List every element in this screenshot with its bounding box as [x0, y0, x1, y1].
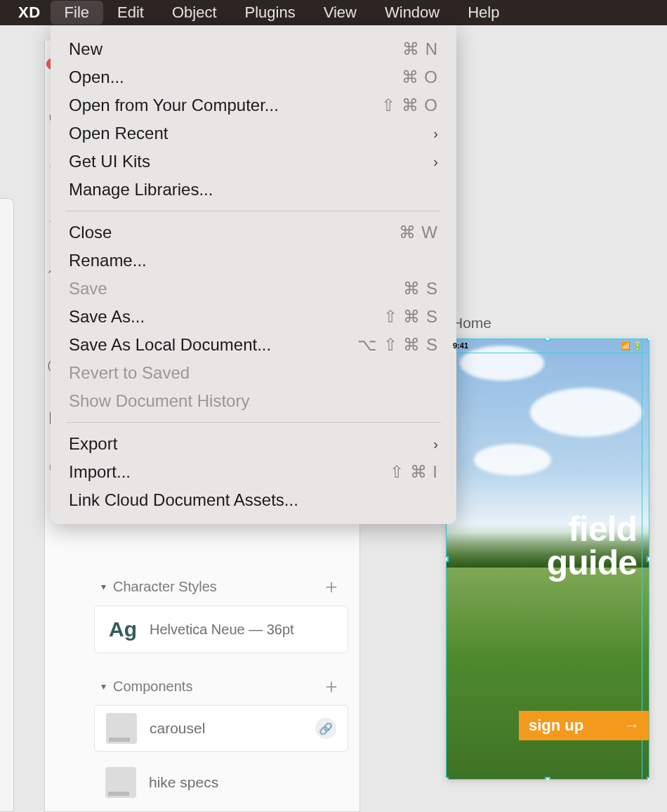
- menu-item-revert-to-saved: Revert to Saved: [51, 359, 456, 387]
- menu-separator: [66, 211, 441, 211]
- menu-help[interactable]: Help: [454, 1, 513, 25]
- menu-item-label: Show Document History: [69, 391, 249, 411]
- shortcut: ⇧ ⌘ O: [381, 96, 438, 115]
- font-style-card[interactable]: Ag Helvetica Neue — 36pt: [94, 605, 348, 653]
- component-label: hike specs: [149, 774, 337, 791]
- menu-item-manage-libraries[interactable]: Manage Libraries...: [51, 176, 456, 204]
- menu-item-close[interactable]: Close⌘ W: [51, 218, 456, 247]
- file-menu-dropdown: New⌘ NOpen...⌘ OOpen from Your Computer.…: [51, 25, 456, 524]
- menu-item-open-from-your-computer[interactable]: Open from Your Computer...⇧ ⌘ O: [51, 91, 456, 119]
- component-thumb: [106, 713, 137, 744]
- menu-item-label: Open Recent: [69, 124, 168, 143]
- font-label: Helvetica Neue — 36pt: [150, 622, 294, 638]
- add-component-icon[interactable]: ＋: [322, 673, 341, 700]
- link-icon[interactable]: 🔗: [315, 718, 336, 739]
- menu-item-label: Save As Local Document...: [69, 335, 271, 355]
- menu-separator: [66, 422, 441, 423]
- background-window: [0, 198, 14, 812]
- menu-item-rename[interactable]: Rename...: [51, 247, 456, 275]
- chevron-down-icon: ▾: [101, 581, 106, 592]
- signup-label: sign up: [529, 716, 583, 735]
- arrow-right-icon: →: [624, 716, 640, 735]
- menu-file[interactable]: File: [51, 1, 103, 25]
- font-sample: Ag: [109, 617, 137, 641]
- artboard-home[interactable]: 9:41 📶🔋 field guide sign up →: [446, 339, 649, 780]
- menu-item-save: Save⌘ S: [51, 275, 456, 303]
- shortcut: ⇧ ⌘ S: [383, 307, 438, 327]
- component-row[interactable]: carousel 🔗: [94, 705, 348, 752]
- menu-item-save-as-local-document[interactable]: Save As Local Document...⌥ ⇧ ⌘ S: [51, 331, 456, 359]
- app-name[interactable]: XD: [8, 4, 51, 22]
- chevron-right-icon: ›: [433, 126, 438, 142]
- menu-edit[interactable]: Edit: [103, 1, 158, 25]
- character-styles-header[interactable]: ▾ Character Styles ＋: [90, 568, 352, 605]
- menu-window[interactable]: Window: [371, 1, 454, 25]
- section-title: Components: [113, 679, 192, 695]
- menu-item-label: Save: [69, 279, 107, 299]
- menu-item-new[interactable]: New⌘ N: [51, 35, 456, 63]
- menu-view[interactable]: View: [310, 1, 371, 25]
- menu-item-label: Link Cloud Document Assets...: [69, 490, 298, 510]
- menu-item-save-as[interactable]: Save As...⇧ ⌘ S: [51, 303, 456, 331]
- signup-button[interactable]: sign up →: [519, 711, 649, 740]
- menu-item-show-document-history: Show Document History: [51, 387, 456, 415]
- menu-item-label: Import...: [69, 462, 131, 482]
- status-icons: 📶🔋: [621, 341, 642, 351]
- shortcut: ⌘ S: [403, 279, 438, 299]
- shortcut: ⌘ W: [399, 223, 438, 242]
- hero-title[interactable]: field guide: [547, 513, 637, 579]
- section-title: Character Styles: [113, 579, 217, 595]
- menu-item-label: Export: [69, 434, 117, 454]
- menu-item-label: Save As...: [69, 307, 145, 327]
- menu-item-open[interactable]: Open...⌘ O: [51, 63, 456, 91]
- guide-horizontal[interactable]: [447, 353, 648, 353]
- chevron-down-icon: ▾: [101, 681, 106, 692]
- menu-object[interactable]: Object: [158, 1, 231, 25]
- menu-item-get-ui-kits[interactable]: Get UI Kits›: [51, 148, 456, 176]
- menu-item-label: Revert to Saved: [69, 363, 190, 383]
- shortcut: ⌘ O: [402, 67, 438, 87]
- component-label: carousel: [150, 720, 303, 737]
- component-row[interactable]: hike specs: [94, 760, 348, 805]
- menu-item-label: Open...: [69, 67, 124, 87]
- menu-item-export[interactable]: Export›: [51, 430, 456, 458]
- shortcut: ⌥ ⇧ ⌘ S: [357, 335, 438, 355]
- menu-item-label: Get UI Kits: [69, 152, 150, 171]
- menu-item-label: New: [69, 39, 103, 59]
- menu-plugins[interactable]: Plugins: [231, 1, 310, 25]
- time: 9:41: [453, 341, 468, 350]
- components-header[interactable]: ▾ Components ＋: [90, 667, 352, 705]
- ios-status-bar: 9:41 📶🔋: [446, 339, 649, 353]
- add-char-style-icon[interactable]: ＋: [322, 573, 341, 600]
- shortcut: ⌘ N: [402, 39, 438, 59]
- menu-item-label: Open from Your Computer...: [69, 96, 279, 115]
- menu-item-open-recent[interactable]: Open Recent›: [51, 119, 456, 148]
- chevron-right-icon: ›: [433, 154, 438, 170]
- artboard-label[interactable]: Home: [452, 315, 491, 332]
- menu-item-import[interactable]: Import...⇧ ⌘ I: [51, 458, 456, 486]
- menu-item-label: Manage Libraries...: [69, 180, 213, 199]
- menu-item-label: Rename...: [69, 251, 147, 270]
- menu-item-label: Close: [69, 223, 112, 242]
- menu-bar: XD File Edit Object Plugins View Window …: [0, 0, 667, 25]
- shortcut: ⇧ ⌘ I: [390, 462, 438, 482]
- chevron-right-icon: ›: [433, 436, 438, 452]
- menu-item-link-cloud-document-assets[interactable]: Link Cloud Document Assets...: [51, 486, 456, 514]
- component-thumb: [105, 767, 136, 798]
